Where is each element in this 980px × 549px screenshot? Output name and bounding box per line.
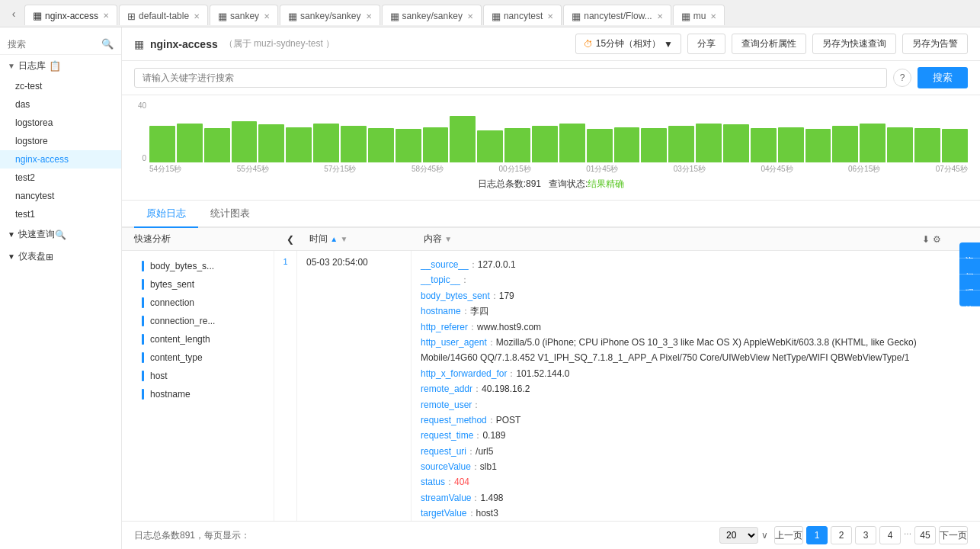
chart-bar-4: [258, 124, 284, 162]
next-page-button[interactable]: 下一页: [939, 526, 968, 544]
sidebar-item-test2[interactable]: test2: [0, 169, 121, 187]
share-button[interactable]: 分享: [687, 34, 725, 54]
chart-x-label-4: 00分15秒: [499, 164, 531, 175]
right-float-ask[interactable]: 问: [959, 258, 980, 274]
tab-close-nginx-access[interactable]: ✕: [103, 11, 109, 20]
quick-item-bytes-sent[interactable]: bytes_sent: [134, 275, 261, 294]
sidebar-item-nancytest[interactable]: nancytest: [0, 187, 121, 205]
right-float-suggest[interactable]: 议: [959, 291, 980, 307]
prev-page-button[interactable]: 上一页: [774, 526, 803, 544]
sidebar-item-zc-test[interactable]: zc-test: [0, 77, 121, 95]
search-help-button[interactable]: ?: [893, 69, 911, 87]
tab-close-default-table[interactable]: ✕: [194, 12, 200, 21]
sidebar-item-logstorea[interactable]: logstorea: [0, 114, 121, 132]
field-sep-request_uri: ：: [466, 446, 476, 457]
page-size-selector: 20 50 100 ∨: [719, 527, 768, 544]
col-header-time[interactable]: 时间 ▲ ▼: [309, 233, 424, 246]
sidebar-item-nginx-access[interactable]: nginx-access: [0, 150, 121, 169]
tab-sankey-sankey2[interactable]: ▦sankey/sankey✕: [382, 5, 482, 25]
save-alert-button[interactable]: 另存为告警: [902, 34, 968, 54]
field-val-targetValue: host3: [476, 508, 498, 518]
quick-item-hostname[interactable]: hostname: [134, 385, 261, 403]
field-val-http_referer: www.host9.com: [477, 322, 541, 332]
tab-sankey[interactable]: ▦sankey✕: [210, 5, 278, 25]
tab-close-sankey-sankey2[interactable]: ✕: [467, 12, 473, 21]
chart-bar-15: [559, 124, 585, 162]
tab-stats-chart[interactable]: 统计图表: [198, 201, 262, 228]
chart-bar-27: [887, 127, 913, 162]
row-quick-0: body_bytes_s...bytes_sentconnectionconne…: [122, 251, 274, 521]
quick-item-content-type[interactable]: content_type: [134, 348, 261, 367]
field-sep-streamValue: ：: [471, 493, 480, 503]
chart-bar-10: [423, 127, 449, 162]
settings-icon[interactable]: ⚙: [933, 234, 941, 245]
field-val-body_bytes_sent: 179: [499, 291, 514, 301]
chart-x-label-2: 57分15秒: [324, 164, 356, 175]
col-header-content[interactable]: 内容 ▼: [424, 233, 922, 246]
sidebar-search-input[interactable]: [8, 39, 101, 50]
sidebar-section-dashboard[interactable]: ▼ 仪表盘 ⊞: [0, 246, 121, 268]
tab-close-nancytest[interactable]: ✕: [547, 12, 553, 21]
clock-icon: ⏱: [584, 39, 593, 50]
quick-item-host[interactable]: host: [134, 367, 261, 385]
page-size-select[interactable]: 20 50 100: [719, 527, 758, 544]
right-float-manage[interactable]: 理: [959, 274, 980, 291]
query-attr-button[interactable]: 查询分析属性: [732, 34, 806, 54]
tab-close-sankey-sankey[interactable]: ✕: [366, 12, 372, 21]
page-btn-1[interactable]: 1: [806, 526, 828, 544]
search-area: ? 搜索: [122, 61, 980, 95]
tab-sankey-sankey[interactable]: ▦sankey/sankey✕: [280, 5, 380, 25]
chart-x-label-5: 01分45秒: [586, 164, 618, 175]
page-btn-4[interactable]: 4: [879, 526, 901, 544]
quick-item-label: connection: [150, 297, 194, 308]
chart-bar-5: [286, 127, 312, 162]
chart-y-min: 0: [134, 154, 146, 162]
sidebar-item-test1[interactable]: test1: [0, 205, 121, 223]
search-button[interactable]: 搜索: [918, 67, 968, 88]
sidebar-section-logstore[interactable]: ▼ 日志库 📋: [0, 55, 121, 77]
chart-container: 40 0: [134, 101, 968, 162]
field-val-hostname: 李四: [470, 306, 488, 316]
field-sep-__topic__: ：: [460, 274, 469, 285]
page-btn-45[interactable]: 45: [914, 526, 936, 544]
sidebar-search-icon[interactable]: 🔍: [101, 38, 114, 50]
field-name-streamValue: streamValue: [421, 493, 471, 503]
time-sort-desc-icon: ▼: [341, 235, 348, 243]
tab-original-log[interactable]: 原始日志: [134, 201, 198, 228]
download-icon[interactable]: ⬇: [922, 234, 930, 245]
tab-nginx-access[interactable]: ▦nginx-access✕: [24, 5, 117, 25]
collapse-icon[interactable]: ❮: [287, 234, 294, 245]
page-btn-2[interactable]: 2: [831, 526, 852, 544]
page-btn-3[interactable]: 3: [855, 526, 876, 544]
right-float-panel: 咨询 问 理 议: [959, 242, 980, 307]
save-query-button[interactable]: 另存为快速查询: [812, 34, 896, 54]
log-tabs: 原始日志 统计图表: [122, 201, 980, 228]
tab-default-table[interactable]: ⊞default-table✕: [119, 5, 208, 25]
tab-mu[interactable]: ▦mu✕: [673, 5, 725, 25]
quick-item-bar: [142, 297, 144, 308]
quick-item-connection[interactable]: connection: [134, 294, 261, 312]
chart-bars: [149, 101, 968, 162]
tab-nancytest[interactable]: ▦nancytest✕: [483, 5, 562, 25]
time-range-button[interactable]: ⏱ 15分钟（相对） ▼: [575, 34, 681, 54]
field-name-remote_addr: remote_addr: [421, 384, 472, 394]
field-name-hostname: hostname: [421, 306, 461, 316]
field-val-status: 404: [454, 477, 469, 487]
quick-item-body-bytes-s---[interactable]: body_bytes_s...: [134, 257, 261, 275]
chart-bar-7: [341, 126, 367, 162]
tab-close-mu[interactable]: ✕: [710, 12, 716, 21]
sidebar-section-quickquery[interactable]: ▼ 快速查询 🔍: [0, 223, 121, 246]
back-button[interactable]: ‹: [3, 3, 24, 24]
quick-item-content-length[interactable]: content_length: [134, 330, 261, 348]
sidebar-item-das[interactable]: das: [0, 95, 121, 114]
tab-nancytest-flow[interactable]: ▦nancytest/Flow...✕: [563, 5, 671, 25]
sidebar-item-logstore[interactable]: logstore: [0, 132, 121, 150]
right-float-consult[interactable]: 咨询: [959, 242, 980, 258]
search-input[interactable]: [134, 68, 887, 88]
tab-close-nancytest-flow[interactable]: ✕: [657, 12, 663, 21]
field-sep-request_time: ：: [473, 430, 482, 441]
quick-item-connection-re---[interactable]: connection_re...: [134, 312, 261, 330]
tab-close-sankey[interactable]: ✕: [264, 12, 270, 21]
row-content-0: __source__：127.0.0.1__topic__：body_bytes…: [412, 251, 980, 521]
field-val-request_uri: /url5: [476, 446, 493, 457]
